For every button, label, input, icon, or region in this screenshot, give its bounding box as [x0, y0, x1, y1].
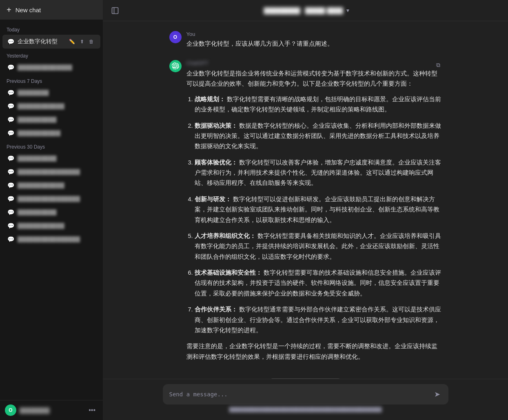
plus-icon: +	[7, 6, 11, 14]
user-message: O You 企业数字化转型，应该从哪几方面入手？请重点阐述。	[169, 31, 442, 49]
chat-item[interactable]: 💬 ██████████	[2, 206, 100, 219]
chat-title-blurred: ██████████	[18, 117, 95, 123]
chat-bubble-icon: 💬	[7, 209, 14, 216]
message-input[interactable]	[169, 391, 428, 398]
sidebar-bottom: O ████████ •••	[0, 400, 103, 420]
model-name: █████████ · █████ ████	[264, 7, 343, 14]
chat-bubble-icon: 💬	[7, 103, 14, 109]
chat-bubble-icon: 💬	[7, 196, 14, 202]
user-avatar: O	[5, 404, 16, 416]
chat-title-blurred: ████████████████	[18, 236, 95, 242]
more-options-button[interactable]: •••	[86, 406, 98, 415]
ai-conclusion: 需要注意的是，企业数字化转型是一个持续的过程，需要不断的调整和改进。企业应该持续…	[186, 341, 442, 362]
top-bar: █████████ · █████ ████ ▼	[103, 0, 508, 21]
chat-title-blurred: ████████████████	[18, 169, 95, 175]
chat-bubble-icon: 💬	[7, 222, 14, 229]
chat-item[interactable]: 💬 ████████	[2, 86, 100, 99]
chat-bubble-icon: 💬	[7, 38, 14, 45]
ai-avatar	[169, 60, 182, 72]
send-button[interactable]: ➤	[433, 389, 442, 400]
input-wrapper: ➤	[163, 384, 448, 404]
chat-actions: ✏️ ⬆ 🗑	[67, 38, 95, 45]
ai-point-3: 顾客体验优化： 数字化转型可以改善客户体验，增加客户忠诚度和满意度。企业应该关注…	[195, 158, 442, 189]
user-message-content: You 企业数字化转型，应该从哪几方面入手？请重点阐述。	[186, 31, 442, 49]
ai-point-1: 战略规划： 数字化转型需要有清晰的战略规划，包括明确的目标和愿景。企业应该评估当…	[195, 94, 442, 115]
new-chat-label: New chat	[16, 7, 41, 13]
svg-rect-0	[112, 7, 118, 13]
chat-item-active[interactable]: 💬 企业数字化转型 ✏️ ⬆ 🗑	[2, 35, 100, 49]
ai-message-content: ChatGPT 企业数字化转型是指企业将传统业务和运营模式转变为基于数字技术和创…	[186, 60, 442, 367]
chat-bubble-icon: 💬	[7, 236, 14, 242]
chevron-down-icon: ▼	[346, 8, 350, 13]
chat-item[interactable]: 💬 ██████████	[2, 113, 100, 126]
toggle-sidebar-button[interactable]	[109, 5, 121, 16]
ai-text: 企业数字化转型是指企业将传统业务和运营模式转变为基于数字技术和创新的方式。这种转…	[186, 69, 442, 362]
chat-bubble-icon: 💬	[7, 182, 14, 189]
chat-title-blurred: ████████████	[18, 182, 95, 189]
user-text: 企业数字化转型，应该从哪几方面入手？请重点阐述。	[186, 39, 442, 49]
ai-point-5: 人才培养和组织文化： 数字化转型需要具备相关技能和知识的人才。企业应该培养和吸引…	[195, 231, 442, 262]
chat-title-blurred: ██████████	[18, 209, 95, 216]
chat-item[interactable]: 💬 ███████████	[2, 127, 100, 140]
sidebar: + New chat Today 💬 企业数字化转型 ✏️ ⬆ 🗑 Yester…	[0, 0, 103, 420]
chat-area: O You 企业数字化转型，应该从哪几方面入手？请重点阐述。 ChatGPT	[103, 21, 508, 379]
user-avatar: O	[169, 31, 182, 43]
sidebar-scroll: Today 💬 企业数字化转型 ✏️ ⬆ 🗑 Yesterday 💬 █████…	[0, 20, 103, 400]
ai-label: ChatGPT	[186, 60, 442, 66]
chat-bubble-icon: 💬	[7, 116, 14, 123]
message-container: O You 企业数字化转型，应该从哪几方面入手？请重点阐述。 ChatGPT	[163, 31, 448, 379]
share-button[interactable]: ⬆	[78, 38, 86, 45]
chat-item[interactable]: 💬 ████████████	[2, 179, 100, 192]
user-label: You	[186, 31, 442, 37]
section-prev30: Previous 30 Days	[0, 140, 103, 151]
chat-title-blurred: ██████████████	[18, 64, 95, 71]
chat-bubble-icon: 💬	[7, 169, 14, 175]
section-today: Today	[0, 23, 103, 34]
section-prev7: Previous 7 Days	[0, 74, 103, 86]
bottom-note: ████████████████████████████████████████…	[109, 407, 501, 412]
chat-item[interactable]: 💬 ██████████	[2, 152, 100, 165]
ai-point-4: 创新与研发： 数字化转型可以促进创新和研发。企业应该鼓励员工提出新的创意和解决方…	[195, 194, 442, 225]
model-selector[interactable]: █████████ · █████ ████ ▼	[264, 7, 350, 14]
ai-point-2: 数据驱动决策： 数据是数字化转型的核心。企业应该收集、分析和利用内部和外部数据来…	[195, 121, 442, 152]
chat-item[interactable]: 💬 ██████████████	[2, 61, 100, 74]
main-content: █████████ · █████ ████ ▼ O You 企业数字化转型，应…	[103, 0, 508, 420]
copy-button[interactable]: ⧉	[435, 60, 442, 70]
chat-title-blurred: ████████	[18, 90, 95, 96]
chat-bubble-icon: 💬	[7, 89, 14, 96]
send-icon: ➤	[434, 390, 440, 398]
chat-title-blurred: ████████████	[18, 103, 95, 109]
chat-bubble-icon: 💬	[7, 155, 14, 162]
chat-item[interactable]: 💬 ████████████	[2, 219, 100, 232]
chat-item[interactable]: 💬 ████████████████	[2, 233, 100, 246]
rename-button[interactable]: ✏️	[67, 38, 77, 45]
chat-bubble-icon: 💬	[7, 64, 14, 71]
chat-item[interactable]: 💬 ████████████████	[2, 165, 100, 178]
ai-point-6: 技术基础设施和安全性： 数字化转型需要可靠的技术基础设施和信息安全措施。企业应该…	[195, 268, 442, 299]
active-chat-title: 企业数字化转型	[18, 38, 64, 45]
new-chat-button[interactable]: + New chat	[0, 0, 103, 20]
ai-points-list: 战略规划： 数字化转型需要有清晰的战略规划，包括明确的目标和愿景。企业应该评估当…	[186, 94, 442, 336]
chat-bubble-icon: 💬	[7, 130, 14, 136]
chat-title-blurred: ██████████	[18, 156, 95, 162]
input-area: ➤ ██████████████████████████████████████…	[103, 379, 508, 420]
ai-point-7: 合作伙伴关系： 数字化转型通常需要与外部合作伙伴建立紧密合作关系。这可以是技术供…	[195, 304, 442, 336]
chat-title-blurred: ████████████████	[18, 196, 95, 202]
chat-item[interactable]: 💬 ████████████	[2, 100, 100, 113]
chat-item[interactable]: 💬 ████████████████	[2, 192, 100, 205]
delete-button[interactable]: 🗑	[87, 38, 95, 45]
ai-message: ChatGPT 企业数字化转型是指企业将传统业务和运营模式转变为基于数字技术和创…	[169, 60, 442, 367]
ai-intro: 企业数字化转型是指企业将传统业务和运营模式转变为基于数字技术和创新的方式。这种转…	[186, 69, 442, 89]
section-yesterday: Yesterday	[0, 49, 103, 60]
chat-title-blurred: ███████████	[18, 130, 95, 136]
user-name: ████████	[20, 407, 83, 413]
chat-title-blurred: ████████████	[18, 223, 95, 229]
